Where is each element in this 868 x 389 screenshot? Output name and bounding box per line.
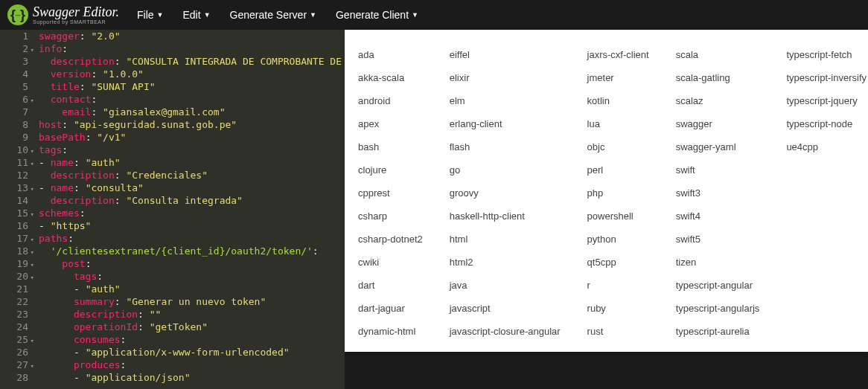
dropdown-item[interactable]: swift4 (663, 205, 773, 228)
dropdown-item[interactable]: apex (345, 112, 436, 135)
menu-edit[interactable]: Edit ▼ (183, 9, 211, 21)
code-line: contact: (39, 93, 345, 106)
dropdown-item[interactable]: ue4cpp (773, 135, 868, 158)
code-line: tags: (39, 270, 345, 283)
line-number: 21 (0, 283, 28, 295)
dropdown-item[interactable]: perl (574, 158, 663, 181)
dropdown-item[interactable]: flash (436, 135, 574, 158)
dropdown-item[interactable]: rust (574, 320, 663, 343)
generate-client-dropdown: adaakka-scalaandroidapexbashclojurecppre… (345, 30, 868, 352)
dropdown-item[interactable]: go (436, 158, 574, 181)
dropdown-item[interactable]: r (574, 274, 663, 297)
dropdown-item[interactable]: haskell-http-client (436, 205, 574, 228)
dropdown-item[interactable]: android (345, 89, 436, 112)
dropdown-item[interactable]: swagger (663, 112, 773, 135)
fold-icon[interactable]: ▾ (31, 335, 34, 347)
line-number: 1 (0, 30, 28, 42)
fold-icon[interactable]: ▾ (31, 259, 34, 271)
code-line: title: "SUNAT API" (39, 80, 345, 93)
dropdown-item[interactable]: csharp (345, 205, 436, 228)
caret-down-icon: ▼ (204, 11, 211, 19)
dropdown-item[interactable]: html2 (436, 251, 574, 274)
dropdown-item[interactable]: qt5cpp (574, 251, 663, 274)
fold-icon[interactable]: ▾ (31, 94, 34, 107)
dropdown-item[interactable]: erlang-client (436, 112, 574, 135)
menu-file[interactable]: File ▼ (137, 9, 163, 21)
dropdown-item[interactable]: typescript-node (773, 112, 868, 135)
dropdown-item[interactable]: cwiki (345, 251, 436, 274)
dropdown-item[interactable]: ada (345, 43, 436, 66)
code-line: - "auth" (39, 283, 345, 295)
dropdown-item[interactable]: typescript-angular (663, 274, 773, 297)
dropdown-item[interactable]: elm (436, 89, 574, 112)
dropdown-item[interactable]: swagger-yaml (663, 135, 773, 158)
menu-generate-client[interactable]: Generate Client ▼ (336, 9, 418, 21)
dropdown-item[interactable]: javascript (436, 297, 574, 320)
dropdown-item[interactable]: akka-scala (345, 66, 436, 89)
line-number: 15▾ (0, 207, 28, 219)
dropdown-item[interactable]: jaxrs-cxf-client (574, 43, 663, 66)
line-number: 2▾ (0, 42, 28, 55)
dropdown-item[interactable]: scalaz (663, 89, 773, 112)
line-number: 3 (0, 55, 28, 68)
dropdown-item[interactable]: ruby (574, 297, 663, 320)
fold-icon[interactable]: ▾ (31, 158, 34, 170)
dropdown-item[interactable]: elixir (436, 66, 574, 89)
dropdown-item[interactable]: dart (345, 274, 436, 297)
dropdown-item[interactable]: lua (574, 112, 663, 135)
line-number: 19▾ (0, 257, 28, 270)
fold-icon[interactable]: ▾ (31, 208, 34, 221)
dropdown-item[interactable]: typescript-angularjs (663, 297, 773, 320)
dropdown-item[interactable]: php (574, 181, 663, 205)
dropdown-item[interactable]: objc (574, 135, 663, 158)
dropdown-item[interactable]: bash (345, 135, 436, 158)
dropdown-item[interactable]: cpprest (345, 181, 436, 205)
dropdown-item[interactable]: dynamic-html (345, 320, 436, 343)
code-line: operationId: "getToken" (39, 321, 345, 333)
dropdown-item[interactable]: typescript-fetch (773, 43, 868, 66)
dropdown-item[interactable]: swift3 (663, 181, 773, 205)
line-number: 13▾ (0, 181, 28, 194)
dropdown-item[interactable]: javascript-closure-angular (436, 320, 574, 343)
dropdown-item[interactable]: jmeter (574, 66, 663, 89)
dropdown-item[interactable]: html (436, 228, 574, 251)
dropdown-item[interactable]: scala-gatling (663, 66, 773, 89)
line-number: 11▾ (0, 156, 28, 169)
fold-icon[interactable]: ▾ (31, 271, 34, 284)
dropdown-item[interactable]: csharp-dotnet2 (345, 228, 436, 251)
fold-icon[interactable]: ▾ (31, 234, 34, 246)
fold-icon[interactable]: ▾ (31, 183, 34, 196)
line-number: 4 (0, 68, 28, 80)
code-line: version: "1.0.0" (39, 68, 345, 80)
dropdown-item[interactable]: java (436, 274, 574, 297)
dropdown-item[interactable]: dart-jaguar (345, 297, 436, 320)
logo-title: Swagger Editor. (33, 5, 119, 19)
logo-subtitle: Supported by SMARTBEAR (33, 19, 119, 25)
dropdown-item[interactable]: typescript-jquery (773, 89, 868, 112)
line-number: 6▾ (0, 93, 28, 106)
fold-icon[interactable]: ▾ (31, 360, 34, 373)
fold-icon[interactable]: ▾ (31, 145, 34, 158)
dropdown-item[interactable]: typescript-inversify (773, 66, 868, 89)
menu-generate-server[interactable]: Generate Server ▼ (230, 9, 316, 21)
line-number: 25▾ (0, 333, 28, 346)
dropdown-item[interactable]: swift (663, 158, 773, 181)
dropdown-item[interactable]: tizen (663, 251, 773, 274)
dropdown-item[interactable]: clojure (345, 158, 436, 181)
dropdown-item[interactable]: eiffel (436, 43, 574, 66)
dropdown-item[interactable]: typescript-aurelia (663, 320, 773, 343)
code-editor[interactable]: 12▾3456▾78910▾11▾1213▾1415▾1617▾18▾19▾20… (0, 30, 345, 389)
code-line: - "https" (39, 219, 345, 232)
code-line: host: "api-seguridad.sunat.gob.pe" (39, 118, 345, 131)
dropdown-item[interactable]: swift5 (663, 228, 773, 251)
dropdown-item[interactable]: scala (663, 43, 773, 66)
dropdown-item[interactable]: python (574, 228, 663, 251)
dropdown-item[interactable]: groovy (436, 181, 574, 205)
fold-icon[interactable]: ▾ (31, 246, 34, 259)
fold-icon[interactable]: ▾ (31, 44, 34, 57)
dropdown-item[interactable]: kotlin (574, 89, 663, 112)
dropdown-item[interactable]: powershell (574, 205, 663, 228)
line-number: 24 (0, 321, 28, 333)
code-content: swagger: "2.0"info: description: "CONSUL… (36, 30, 345, 389)
line-number: 18▾ (0, 245, 28, 257)
